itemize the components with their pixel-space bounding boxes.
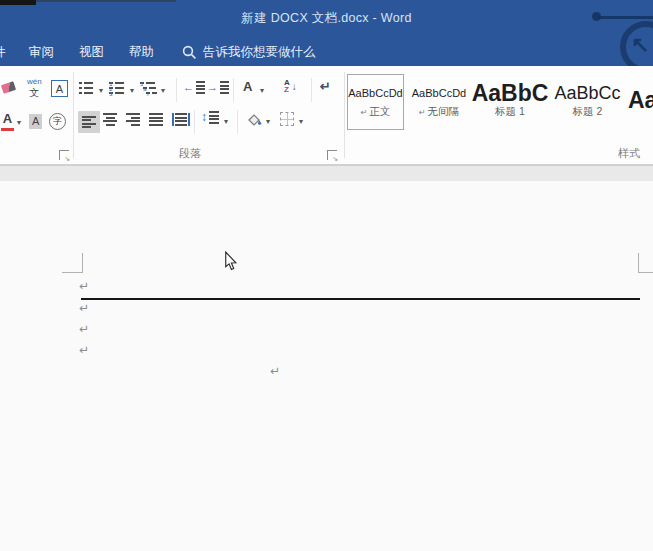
ribbon: wén 文 A A ▾ A 字 ↘ ▾ [0,66,653,165]
font-color-button[interactable]: A [1,112,14,131]
paragraph-mark: ↵ [79,302,89,314]
pilcrow-icon: ↵ [361,108,368,117]
word-window: 新建 DOCX 文档.docx - Word 件 审阅 视图 帮助 告诉我你想要… [0,0,653,551]
tab-clipped-fragment[interactable]: 件 [0,44,6,60]
style-label: 标题 1 [495,105,525,119]
multilevel-list-icon: 1 a i [140,81,157,95]
style-label: 标题 2 [573,105,603,119]
align-left-icon [82,116,96,129]
line-spacing-dropdown[interactable]: ▾ [224,118,228,126]
increase-indent-button[interactable]: → [207,81,229,94]
paragraph-mark: ↵ [79,280,89,292]
line-spacing-button[interactable]: ↕ [201,111,219,124]
tab-review[interactable]: 审阅 [29,44,54,60]
decrease-indent-icon: ← [183,82,194,93]
screen-edge-artifact [0,0,36,5]
multilevel-list-button[interactable]: 1 a i [140,81,157,95]
style-card-no-spacing[interactable]: AaBbCcDd ↵无间隔 [408,74,470,130]
borders-icon [280,112,294,126]
show-hide-marks-button[interactable]: ↵ [320,79,331,94]
style-label: 正文 [369,105,390,117]
shading-button[interactable] [245,112,263,128]
sub-separator [194,110,195,134]
style-sample: AaBbCcDd [348,86,402,100]
asian-layout-dropdown[interactable]: ▾ [260,87,264,95]
asian-layout-icon: A [243,79,252,94]
style-sample: AaB [628,93,653,107]
bullets-icon [79,81,93,95]
borders-dropdown[interactable]: ▾ [299,118,303,126]
font-color-swatch [1,128,14,131]
font-color-icon: A [3,112,12,125]
style-card-heading1[interactable]: AaBbC 标题 1 [471,74,549,130]
line-spacing-arrow-icon: ↕ [201,112,207,123]
style-card-normal[interactable]: AaBbCcDd ↵正文 [347,74,404,130]
style-sample: AaBbCcDd [412,86,466,100]
character-shading-icon: A [29,114,42,129]
font-color-dropdown[interactable]: ▾ [17,119,21,127]
pinyin-icon-top: wén [27,77,42,86]
watermark-line [598,16,653,19]
crop-mark-left-h [62,272,83,273]
screen-edge-artifact-2 [36,0,176,2]
sub-separator [176,78,177,102]
launcher-arrow-icon: ↘ [64,155,70,162]
enclose-characters-button[interactable]: 字 [49,113,66,130]
align-right-icon [126,113,140,126]
tell-me-search[interactable]: 告诉我你想要做什么 [203,44,316,61]
eraser-icon [1,81,16,94]
borders-button[interactable] [280,112,294,126]
asian-layout-button[interactable]: A [243,79,252,94]
sub-separator [311,78,312,102]
justify-icon [149,113,163,126]
title-bar: 新建 DOCX 文档.docx - Word 件 审阅 视图 帮助 告诉我你想要… [0,0,653,66]
character-border-button[interactable]: A [51,80,68,97]
align-center-icon [103,113,117,126]
style-sample: AaBbC [472,86,549,100]
font-dialog-launcher[interactable]: ↘ [59,150,69,160]
ribbon-bottom-strip [0,165,653,182]
align-right-button[interactable] [126,113,140,126]
watermark-arrow-icon: ↖ [631,32,649,58]
crop-mark-right-h [638,272,653,273]
watermark-dot [592,12,601,21]
character-border-icon: A [51,80,68,97]
distribute-icon [175,113,187,126]
launcher-arrow-icon: ↘ [332,155,338,162]
decrease-indent-button[interactable]: ← [183,81,205,94]
tab-help[interactable]: 帮助 [129,44,154,60]
style-card-heading2[interactable]: AaBbCc 标题 2 [551,74,624,130]
character-shading-button[interactable]: A [29,114,42,129]
pinyin-icon-bottom: 文 [29,88,39,97]
mouse-cursor [224,251,238,271]
search-icon[interactable] [182,45,197,60]
phonetic-guide-button[interactable]: wén 文 [27,77,42,97]
enclose-characters-icon: 字 [49,113,66,130]
sort-arrow-icon: ↓ [292,81,297,92]
document-canvas[interactable] [0,181,653,551]
style-card-clipped[interactable]: AaB [628,74,653,130]
paragraph-group-label: 段落 [75,146,305,161]
clear-formatting-button[interactable] [2,83,15,92]
paragraph-mark: ↵ [270,365,280,377]
shading-dropdown[interactable]: ▾ [266,118,270,126]
numbering-dropdown[interactable]: ▾ [130,87,134,95]
crop-mark-left-v [82,253,83,273]
sort-button[interactable]: A Z ↓ [284,79,297,93]
align-left-button[interactable] [78,111,100,133]
multilevel-dropdown[interactable]: ▾ [161,87,165,95]
window-title: 新建 DOCX 文档.docx - Word [0,10,653,27]
group-separator [73,72,74,158]
tab-view[interactable]: 视图 [79,44,104,60]
bullets-button[interactable] [79,81,93,95]
paragraph-mark: ↵ [79,323,89,335]
styles-group-label: 样式 [606,146,652,161]
bullets-dropdown[interactable]: ▾ [99,87,103,95]
justify-button[interactable] [149,113,163,126]
paragraph-dialog-launcher[interactable]: ↘ [327,150,337,160]
distribute-button[interactable] [172,113,190,126]
paint-bucket-icon [245,112,263,128]
numbering-button[interactable]: 1 2 3 [109,81,124,95]
align-center-button[interactable] [103,113,117,126]
paragraph-border-line [81,298,640,300]
